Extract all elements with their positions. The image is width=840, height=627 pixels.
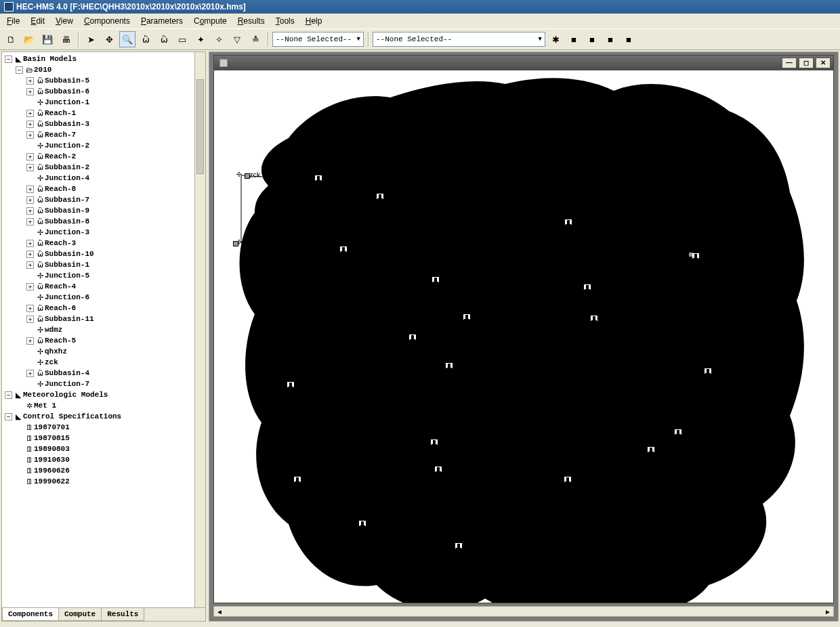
gage-icon[interactable] [455,543,462,548]
tree-item-sub[interactable]: +ὢ Subbasin-5 [5,75,204,86]
expander-icon[interactable]: + [26,337,34,345]
results-global-button[interactable]: ■ [621,31,637,47]
source-tool[interactable]: ▽ [229,31,245,47]
maximize-button[interactable]: ◻ [799,58,814,68]
tree-item-rch[interactable]: +ὣ Reach-6 [5,303,204,314]
gage-icon[interactable] [340,246,347,252]
new-button[interactable]: 🗋 [3,31,19,47]
expander-icon[interactable]: + [26,370,34,377]
tree-item-sub[interactable]: +ὢ Subbasin-1 [5,259,204,270]
scroll-right-icon[interactable]: ► [822,608,833,615]
tree-item-met-models[interactable]: −◣ Meteorologic Models [5,389,204,400]
gage-icon[interactable] [377,194,383,199]
gage-icon[interactable] [431,439,438,445]
gage-icon[interactable] [359,521,366,526]
save-button[interactable]: 💾 [39,31,56,47]
expander-icon[interactable]: + [26,305,34,312]
menu-tools[interactable]: Tools [272,15,299,27]
tree-item-sub[interactable]: +ὢ Subbasin-10 [5,248,204,259]
gage-icon[interactable] [446,363,453,368]
diversion-tool[interactable]: ✧ [211,31,227,47]
tree-item-sub[interactable]: +ὢ Subbasin-11 [5,314,204,324]
expander-icon[interactable]: + [26,218,34,225]
tree-item-jct[interactable]: ✢ Junction-3 [5,227,204,238]
reservoir-tool[interactable]: ▭ [174,31,190,47]
expander-icon[interactable]: + [26,186,34,193]
tree-item-sub[interactable]: +ὢ Subbasin-2 [5,162,204,173]
expander-icon[interactable]: − [5,391,12,399]
tree-item-met[interactable]: ✲ Met 1 [5,400,204,411]
gage-icon[interactable] [409,334,416,340]
expander-icon[interactable]: + [26,261,34,269]
expander-icon[interactable]: + [26,110,34,117]
tree-item-basin-models[interactable]: −◣ Basin Models [5,53,204,64]
expander-icon[interactable]: + [26,88,34,95]
results-graph-button[interactable]: ■ [566,31,582,47]
gage-icon[interactable] [463,314,470,320]
tree-item-rch[interactable]: +ὣ Reach-2 [5,151,204,162]
expander-icon[interactable]: + [26,283,34,290]
print-button[interactable]: 🖶 [58,31,74,47]
tree-item-sub[interactable]: +ὢ Subbasin-8 [5,216,204,227]
gage-icon[interactable] [675,429,681,435]
tree-item-spec[interactable]: 🗓 19960626 [5,465,204,476]
expander-icon[interactable]: + [26,251,34,258]
gage-icon[interactable] [294,477,301,482]
expander-icon[interactable]: + [26,131,34,139]
tree-item-year[interactable]: −🗁 2010 [5,64,204,75]
map-window-titlebar[interactable]: — ◻ ✕ [214,56,833,70]
menu-compute[interactable]: Compute [190,15,231,27]
tree-item-jct[interactable]: ✢ Junction-5 [5,270,204,281]
expander-icon[interactable]: + [26,164,34,171]
gage-icon[interactable] [287,382,294,387]
expander-icon[interactable]: + [26,77,34,85]
tree-item-rch[interactable]: +ὣ Reach-7 [5,129,204,140]
results-summary-button[interactable]: ■ [584,31,600,47]
tree-item-rch[interactable]: +ὣ Reach-1 [5,108,204,118]
tree-item-jct[interactable]: ✢ Junction-4 [5,173,204,183]
expander-icon[interactable]: + [26,153,34,160]
sink-tool[interactable]: ≛ [247,31,264,47]
pointer-button[interactable]: ➤ [83,31,99,47]
basin-map-canvas[interactable]: ✢ ✢ zckqhxhzSubbasin-4 [214,70,833,603]
tree-item-jct[interactable]: ✢ Junction-7 [5,379,204,389]
expander-icon[interactable]: + [26,196,34,204]
close-button[interactable]: ✕ [816,58,831,68]
tree-item-sub[interactable]: +ὢ Subbasin-7 [5,194,204,205]
expander-icon[interactable]: − [5,413,12,420]
tab-compute[interactable]: Compute [58,608,102,621]
gage-icon[interactable] [565,219,572,225]
tree-item-jct[interactable]: ✢ Junction-6 [5,292,204,303]
menu-view[interactable]: View [51,15,77,27]
gage-icon[interactable] [584,284,591,290]
pan-button[interactable]: ✥ [101,31,117,47]
tree-item-rch[interactable]: +ὣ Reach-3 [5,238,204,248]
tree-item-sub[interactable]: +ὢ Subbasin-3 [5,118,204,129]
menu-file[interactable]: File [3,15,24,27]
tree-item-spec[interactable]: 🗓 19910630 [5,454,204,465]
expander-icon[interactable]: + [26,207,34,215]
results-timeseries-button[interactable]: ■ [602,31,618,47]
expander-icon[interactable]: − [5,56,12,63]
tree-item-jct[interactable]: ✢ zck [5,357,204,368]
gage-icon[interactable] [315,175,322,181]
menu-parameters[interactable]: Parameters [137,15,187,27]
expander-icon[interactable]: + [26,121,34,128]
zoom-button[interactable]: 🔍 [119,31,135,47]
tree-item-sub[interactable]: +ὢ Subbasin-9 [5,205,204,216]
tree-item-jct[interactable]: ✢ wdmz [5,324,204,335]
tree-item-rch[interactable]: +ὣ Reach-8 [5,183,204,194]
open-button[interactable]: 📂 [21,31,37,47]
menu-results[interactable]: Results [234,15,269,27]
scroll-left-icon[interactable]: ◄ [214,608,225,615]
tree-item-rch[interactable]: +ὣ Reach-4 [5,281,204,292]
tree-item-spec[interactable]: 🗓 19870701 [5,422,204,433]
tree-item-spec[interactable]: 🗓 19990622 [5,476,204,487]
gage-icon[interactable] [564,477,571,482]
menu-edit[interactable]: Edit [26,15,49,27]
tree-item-rch[interactable]: +ὣ Reach-5 [5,335,204,346]
tab-results[interactable]: Results [101,608,144,621]
gage-icon[interactable] [648,447,654,452]
compute-button[interactable]: ✱ [547,31,564,47]
expander-icon[interactable]: + [26,240,34,247]
